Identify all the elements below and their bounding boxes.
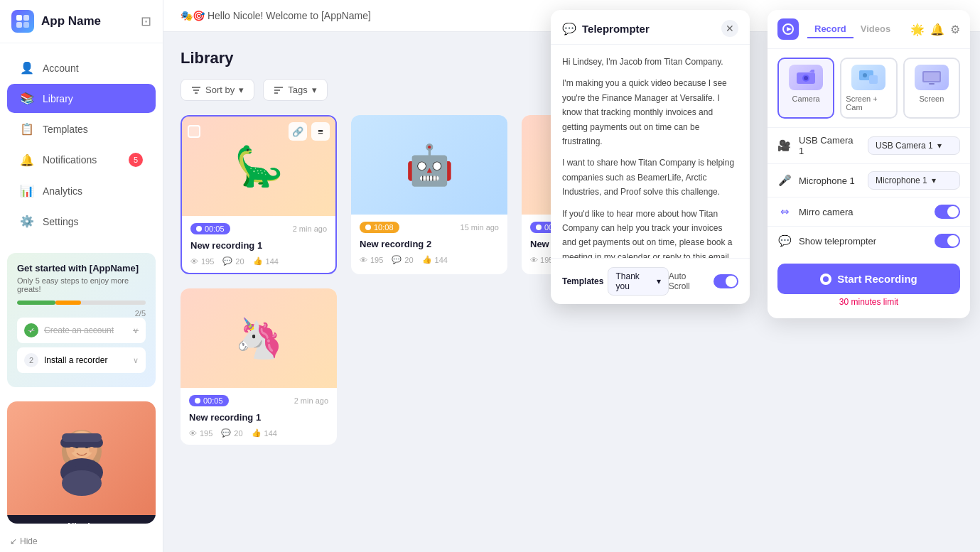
analytics-icon: 📊 <box>20 184 34 197</box>
progress-fill-orange <box>55 301 81 305</box>
checklist-item-install-recorder[interactable]: 2 Install a recorder ∨ <box>17 347 146 373</box>
sidebar-nav: 👤 Account 📚 Library 📋 Templates 🔔 Notifi… <box>0 43 163 246</box>
video-title-0: New recording 1 <box>190 240 327 251</box>
camera-dropdown-chevron: ▾ <box>937 141 942 151</box>
sidebar-item-analytics[interactable]: 📊 Analytics <box>7 176 156 205</box>
svg-point-20 <box>804 76 808 80</box>
checklist-item-create-account-label: Create an account <box>44 325 114 335</box>
settings-icon: ⚙️ <box>20 215 34 228</box>
video-card-0[interactable]: 🦕 🔗 ≡ 00:05 <box>181 115 337 274</box>
svg-rect-1 <box>23 15 29 21</box>
duration-badge-1: 10:08 <box>360 222 399 233</box>
app-logo <box>11 10 34 33</box>
sidebar-item-templates[interactable]: 📋 Templates <box>7 114 156 144</box>
camera-label: USB Camera 1 <box>799 135 861 156</box>
time-ago-3: 2 min ago <box>294 396 328 405</box>
video-card-1[interactable]: 🤖 10:08 15 min ago New recording 2 <box>351 115 507 274</box>
camera-option-camera-label: Camera <box>792 94 820 103</box>
hide-label: Hide <box>20 536 38 546</box>
svg-rect-3 <box>23 22 29 28</box>
thumb-more-0[interactable]: ≡ <box>311 122 330 141</box>
sidebar-collapse-button[interactable]: ⊡ <box>141 13 151 29</box>
sidebar-item-notifications[interactable]: 🔔 Notifications 5 <box>7 145 156 175</box>
microphone-dropdown-value: Microphone 1 <box>876 175 927 185</box>
teleprompter-close-button[interactable]: ✕ <box>721 20 738 37</box>
record-header-icons: 🌟 🔔 ⚙ <box>910 23 960 36</box>
comments-3: 💬 20 <box>221 428 242 438</box>
camera-icon <box>789 65 823 90</box>
camera-settings-row: 🎥 USB Camera 1 USB Camera 1 ▾ <box>768 127 970 163</box>
teleprompter-para-2: I want to share how Titan Company is hel… <box>562 156 738 199</box>
sort-by-label: Sort by <box>205 85 235 95</box>
video-checkbox-0[interactable] <box>188 125 200 138</box>
check-circle-icon: ✓ <box>24 323 38 337</box>
sidebar-item-account[interactable]: 👤 Account <box>7 53 156 82</box>
library-icon: 📚 <box>20 92 34 105</box>
auto-scroll-label: Auto Scroll <box>669 271 709 291</box>
gear-icon[interactable]: ⚙ <box>950 23 960 36</box>
sidebar-item-library[interactable]: 📚 Library <box>7 84 156 113</box>
microphone-dropdown[interactable]: Microphone 1 ▾ <box>868 171 960 190</box>
duration-badge-0: 00:05 <box>190 223 230 234</box>
teleprompter-title: 💬 Teleprompter <box>562 22 650 36</box>
tab-record[interactable]: Record <box>807 21 854 38</box>
camera-option-screen[interactable]: Screen <box>903 58 960 119</box>
sidebar-header: App Name ⊡ <box>0 0 163 43</box>
mirror-camera-toggle[interactable] <box>935 205 960 219</box>
thumb-link-0[interactable]: 🔗 <box>289 122 307 141</box>
sidebar-item-settings[interactable]: ⚙️ Settings <box>7 207 156 236</box>
svg-rect-2 <box>16 22 22 28</box>
step-number: 2 <box>24 353 38 367</box>
svg-point-13 <box>89 447 95 453</box>
sort-by-button[interactable]: Sort by ▾ <box>181 79 254 101</box>
microphone-label: Microphone 1 <box>799 175 855 186</box>
auto-scroll-switch[interactable] <box>714 274 738 288</box>
views-1: 👁 195 <box>360 255 383 264</box>
screen-icon <box>915 65 949 90</box>
microphone-icon: 🎤 <box>777 174 792 187</box>
svg-rect-22 <box>869 75 878 84</box>
svg-rect-0 <box>16 15 22 21</box>
sidebar-item-library-label: Library <box>43 93 73 104</box>
teleprompter-header: 💬 Teleprompter ✕ <box>551 10 750 45</box>
teleprompter-icon: 💬 <box>562 22 576 36</box>
duration-0: 00:05 <box>205 224 225 233</box>
teleprompter-para-3: If you'd like to hear more about how Tit… <box>562 207 738 258</box>
chevron-down-icon: ∨ <box>133 326 139 335</box>
checklist-item-create-account[interactable]: ✓ Create an account ∨ <box>17 318 146 343</box>
bell-icon[interactable]: 🔔 <box>930 23 944 36</box>
show-teleprompter-toggle[interactable] <box>935 234 960 248</box>
svg-rect-25 <box>924 72 939 81</box>
camera-option-camera[interactable]: Camera <box>777 58 834 119</box>
duration-3: 00:05 <box>203 396 223 405</box>
record-logo <box>777 18 799 40</box>
record-panel: Record Videos 🌟 🔔 ⚙ Camera Screen + Cam <box>768 10 970 318</box>
template-selected: Thank you <box>615 271 653 291</box>
comments-1: 💬 20 <box>392 255 413 264</box>
template-dropdown[interactable]: Thank you ▾ <box>608 267 668 296</box>
camera-options: Camera Screen + Cam Screen <box>768 49 970 127</box>
tags-chevron: ▾ <box>312 85 317 95</box>
svg-point-23 <box>863 73 867 77</box>
svg-point-12 <box>69 447 75 453</box>
camera-dropdown[interactable]: USB Camera 1 ▾ <box>868 136 960 155</box>
start-recording-button[interactable]: Start Recording <box>777 264 960 294</box>
tab-videos[interactable]: Videos <box>854 21 898 38</box>
duration-1: 10:08 <box>374 223 394 232</box>
video-title-1: New recording 2 <box>360 239 499 249</box>
views-3: 👁 195 <box>189 428 212 438</box>
video-card-3[interactable]: 🦄 00:05 2 min ago New recording 1 � <box>181 288 337 445</box>
get-started-subtitle: Only 5 easy steps to enjoy more greats! <box>17 276 146 293</box>
microphone-settings-row: 🎤 Microphone 1 Microphone 1 ▾ <box>768 163 970 197</box>
show-teleprompter-label: Show teleprompter <box>799 236 876 247</box>
tags-button[interactable]: Tags ▾ <box>263 79 327 101</box>
get-started-box: Get started with [AppName] Only 5 easy s… <box>7 253 156 387</box>
hide-button[interactable]: ↙ Hide <box>0 531 163 552</box>
time-ago-0: 2 min ago <box>293 224 327 233</box>
auto-scroll-toggle: Auto Scroll <box>669 271 738 291</box>
video-camera-icon: 🎥 <box>777 139 792 152</box>
camera-option-screen-cam[interactable]: Screen + Cam <box>840 58 897 119</box>
teleprompter-title-text: Teleprompter <box>582 23 650 35</box>
svg-rect-11 <box>62 433 102 442</box>
screen-cam-icon <box>851 65 885 90</box>
